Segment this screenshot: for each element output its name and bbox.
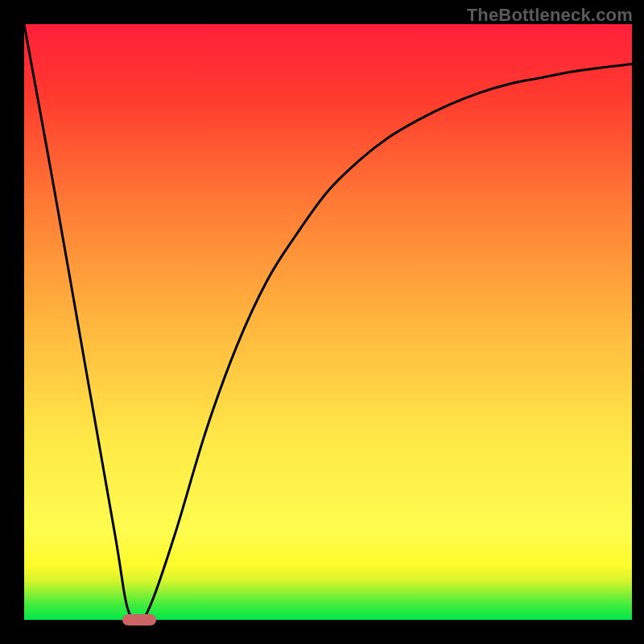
chart-frame: TheBottleneck.com	[0, 0, 644, 644]
optimum-marker	[122, 614, 156, 625]
bottleneck-curve-path	[24, 24, 632, 621]
watermark-text: TheBottleneck.com	[467, 5, 633, 26]
plot-area	[24, 24, 632, 620]
curve-svg	[24, 24, 632, 620]
